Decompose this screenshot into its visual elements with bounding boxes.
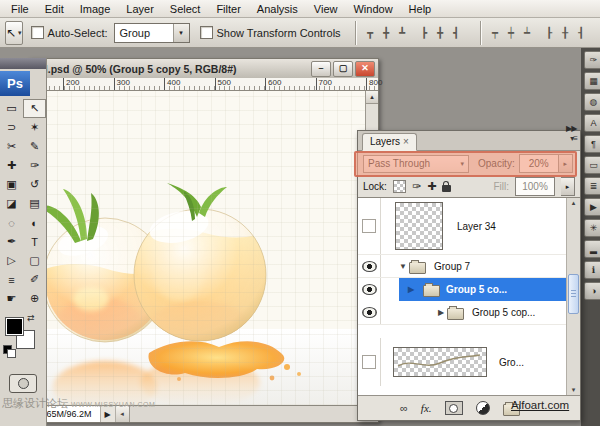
- layer-row-group5-copy[interactable]: ▶ Group 5 cop...: [358, 301, 567, 325]
- align-icon[interactable]: ┻: [396, 26, 409, 39]
- visibility-cell[interactable]: [358, 338, 381, 386]
- layer-thumbnail[interactable]: [393, 347, 487, 377]
- maximize-button[interactable]: ▢: [333, 61, 353, 77]
- styles-panel-icon[interactable]: ◍: [584, 93, 600, 111]
- slice-tool[interactable]: ✎: [23, 137, 46, 156]
- hand-tool[interactable]: ☛: [0, 289, 23, 308]
- layer-name[interactable]: Group 7: [434, 261, 470, 272]
- menu-item[interactable]: File: [3, 2, 37, 16]
- distribute-icon[interactable]: ┠: [543, 26, 556, 39]
- opacity-slider-arrow-icon[interactable]: ▸: [559, 154, 573, 173]
- palette-grip[interactable]: [0, 58, 46, 69]
- fill-slider-arrow-icon[interactable]: ▸: [561, 177, 575, 196]
- layer-row-group7[interactable]: ▼ Group 7: [358, 255, 567, 278]
- distribute-icon[interactable]: ┨: [575, 26, 588, 39]
- menu-item[interactable]: View: [306, 2, 346, 16]
- pen-tool[interactable]: ✒: [0, 232, 23, 251]
- visibility-cell[interactable]: [358, 255, 381, 277]
- menu-item[interactable]: Select: [162, 2, 209, 16]
- chevron-down-icon[interactable]: ▾: [173, 24, 189, 42]
- history-brush-tool[interactable]: ↺: [23, 175, 46, 194]
- distribute-icon[interactable]: ┷: [521, 26, 534, 39]
- auto-select-checkbox[interactable]: [31, 26, 44, 39]
- blur-tool[interactable]: ◌: [0, 213, 23, 232]
- swap-colors-icon[interactable]: ⇄: [27, 313, 35, 323]
- close-button[interactable]: ✕: [355, 61, 375, 77]
- magic-wand-tool[interactable]: ✶: [23, 118, 46, 137]
- add-layer-mask-icon[interactable]: [445, 401, 463, 415]
- panel-menu-icon[interactable]: ▾≡: [570, 134, 577, 143]
- tab-layers[interactable]: Layers×: [362, 133, 417, 151]
- gradient-tool[interactable]: ▤: [23, 194, 46, 213]
- link-layers-icon[interactable]: ∞: [400, 402, 408, 414]
- minimize-button[interactable]: –: [311, 61, 331, 77]
- hidden-eye-checkbox[interactable]: [362, 219, 376, 233]
- distribute-icon[interactable]: ┯: [489, 26, 502, 39]
- eraser-tool[interactable]: ◪: [0, 194, 23, 213]
- clone-stamp-tool[interactable]: ▣: [0, 175, 23, 194]
- move-tool[interactable]: ↖: [23, 99, 46, 118]
- menu-item[interactable]: Window: [345, 2, 400, 16]
- layer-style-icon[interactable]: fx.: [421, 402, 432, 414]
- histogram-panel-icon[interactable]: ▂: [584, 240, 600, 258]
- layer-row-group5-copy5-selected[interactable]: ▶ Group 5 co...: [358, 278, 567, 301]
- document-title-bar[interactable]: rial.psd @ 50% (Group 5 copy 5, RGB/8#) …: [29, 59, 378, 78]
- tool-presets-panel-icon[interactable]: ✳: [584, 219, 600, 237]
- scroll-up-icon[interactable]: ▴: [567, 198, 580, 209]
- info-panel-icon[interactable]: ℹ: [584, 261, 600, 279]
- align-icon[interactable]: ╋: [380, 26, 393, 39]
- scroll-up-icon[interactable]: ▴: [366, 91, 378, 104]
- rectangular-marquee-tool[interactable]: ▭: [0, 99, 23, 118]
- layer-name[interactable]: Group 5 co...: [446, 284, 507, 295]
- show-transform-controls-checkbox[interactable]: [200, 26, 213, 39]
- tab-close-icon[interactable]: ×: [403, 136, 409, 147]
- menu-item[interactable]: Layer: [118, 2, 162, 16]
- fill-field[interactable]: 100%: [515, 177, 555, 196]
- type-tool[interactable]: T: [23, 232, 46, 251]
- lock-pixels-icon[interactable]: ✑: [412, 181, 421, 192]
- eye-icon[interactable]: [362, 261, 377, 272]
- crop-tool[interactable]: ✂: [0, 137, 23, 156]
- hidden-eye-checkbox[interactable]: [362, 355, 376, 369]
- expand-triangle-icon[interactable]: ▼: [397, 262, 409, 271]
- zoom-tool[interactable]: ⊕: [23, 289, 46, 308]
- align-icon[interactable]: ┳: [364, 26, 377, 39]
- animation-panel-icon[interactable]: ▶: [584, 198, 600, 216]
- auto-select-target-dropdown[interactable]: Group ▾: [114, 23, 190, 43]
- brushes-panel-icon[interactable]: ✑: [584, 51, 600, 69]
- eyedropper-tool[interactable]: ✐: [23, 270, 46, 289]
- color-panel-icon[interactable]: ◑: [584, 282, 600, 300]
- quick-mask-button[interactable]: [9, 374, 37, 393]
- scrollbar-thumb[interactable]: [568, 274, 579, 314]
- distribute-icon[interactable]: ┿: [505, 26, 518, 39]
- menu-item[interactable]: Analysis: [249, 2, 306, 16]
- layer-thumbnail[interactable]: [395, 202, 443, 250]
- path-selection-tool[interactable]: ▷: [0, 251, 23, 270]
- clone-source-panel-icon[interactable]: ▭: [584, 156, 600, 174]
- eye-icon[interactable]: [362, 284, 377, 295]
- lasso-tool[interactable]: ⊃: [0, 118, 23, 137]
- selected-layer-highlight[interactable]: ▶ Group 5 co...: [399, 278, 567, 301]
- adjustment-layer-icon[interactable]: [476, 401, 490, 415]
- lock-all-icon[interactable]: [442, 185, 451, 192]
- layer-name[interactable]: Layer 34: [457, 221, 496, 232]
- notes-tool[interactable]: ≡: [0, 270, 23, 289]
- healing-brush-tool[interactable]: ✚: [0, 156, 23, 175]
- layer-name[interactable]: Group 5 cop...: [472, 307, 535, 318]
- collapse-dock-icon[interactable]: ▶▶: [566, 124, 576, 133]
- menu-item[interactable]: Edit: [37, 2, 72, 16]
- align-icon[interactable]: ╋: [434, 26, 447, 39]
- layer-row-group-thumb[interactable]: Gro...: [358, 338, 567, 386]
- dodge-tool[interactable]: ◐: [23, 213, 46, 232]
- collapse-triangle-icon[interactable]: ▶: [435, 308, 447, 317]
- layer-comps-panel-icon[interactable]: ≣: [584, 177, 600, 195]
- layer-row-layer34[interactable]: Layer 34: [358, 198, 567, 255]
- shape-tool[interactable]: ▢: [23, 251, 46, 270]
- menu-item[interactable]: Image: [72, 2, 119, 16]
- swatches-panel-icon[interactable]: ▦: [584, 72, 600, 90]
- lock-position-icon[interactable]: ✚: [427, 181, 436, 192]
- align-icon[interactable]: ┣: [418, 26, 431, 39]
- opacity-field[interactable]: 20%: [519, 154, 559, 173]
- blend-mode-dropdown[interactable]: Pass Through ▾: [363, 155, 469, 173]
- collapse-triangle-icon[interactable]: ▶: [405, 285, 417, 294]
